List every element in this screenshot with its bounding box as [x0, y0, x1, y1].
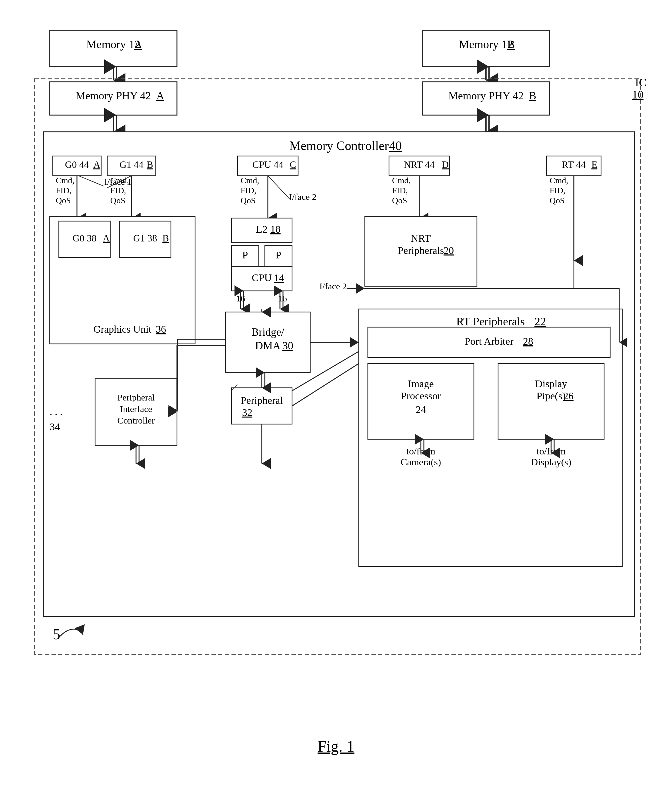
p1-label: P	[242, 249, 248, 260]
to-from-displays-line2: Display(s)	[531, 457, 571, 467]
cpu-14-num: 14	[274, 272, 284, 283]
g1-44b-label: G1 44	[119, 159, 143, 170]
g0-38a-label: G0 38	[72, 233, 96, 244]
phy-42a-num: A	[156, 89, 164, 102]
fid-g0: FID,	[56, 186, 72, 195]
bus-16-right: 16	[278, 293, 287, 303]
g1-44b-num: B	[147, 159, 153, 170]
fig-label: Fig. 1	[317, 738, 354, 755]
diagram-container: Memory 12 A Memory 12 B IC 10 Memory PHY…	[26, 18, 646, 755]
pic-line2: Interface	[120, 404, 152, 414]
bridge-dma-line2: DMA	[255, 340, 280, 352]
image-proc-line1: Image	[408, 378, 434, 389]
memory-12b-label: Memory 12	[459, 38, 513, 51]
nrt-peripherals-line1: NRT	[411, 233, 431, 244]
iface2-nrt-label: I/face 2	[319, 281, 347, 291]
fid-g1: FID,	[110, 186, 126, 195]
port-arbiter-num: 28	[523, 336, 533, 347]
peripheral-line1: Peripheral	[240, 395, 283, 406]
cpu-14-label: CPU	[252, 272, 272, 283]
figure-number: 5	[53, 626, 60, 642]
memory-12a-num: A	[134, 38, 142, 51]
l2-num: 18	[270, 224, 280, 235]
nrt-44d-num: D	[442, 159, 449, 170]
g0-38a-num: A	[103, 233, 110, 244]
to-from-cameras-line2: Camera(s)	[400, 457, 441, 467]
qos-g0: QoS	[56, 196, 71, 205]
g0-44a-num: A	[93, 159, 100, 170]
g1-38b-num: B	[162, 233, 169, 244]
phy-42b-num: B	[529, 89, 536, 102]
mc-number: 40	[389, 139, 402, 153]
fid-nrt: FID,	[392, 186, 408, 195]
pic-line1: Peripheral	[117, 392, 155, 402]
fid-rt: FID,	[550, 186, 565, 195]
rt-44e-num: E	[591, 159, 597, 170]
display-pipes-line2: Pipe(s)	[536, 390, 566, 402]
qos-nrt: QoS	[392, 196, 407, 205]
svg-rect-50	[368, 364, 474, 439]
cmd-g0: Cmd,	[56, 176, 74, 185]
cpu-44c-num: C	[290, 159, 296, 170]
image-proc-line2: Processor	[401, 390, 441, 401]
display-pipes-line1: Display	[535, 378, 567, 389]
iface2-cpu-label: I/face 2	[289, 192, 317, 202]
label-34: 34	[50, 421, 60, 432]
ic-number: 10	[632, 88, 643, 101]
svg-rect-51	[498, 364, 604, 439]
graphics-unit-num: 36	[156, 324, 166, 335]
cmd-rt: Cmd,	[550, 176, 568, 185]
cmd-g1: Cmd,	[110, 176, 129, 185]
p2-label: P	[276, 249, 282, 260]
mc-title: Memory Controller	[290, 139, 389, 153]
memory-12a-label: Memory 12	[86, 38, 140, 51]
rt-peripherals-label: RT Peripherals	[456, 315, 525, 328]
nrt-44d-label: NRT 44	[404, 159, 435, 170]
rt-peripherals-num: 22	[534, 315, 546, 328]
svg-rect-55	[232, 388, 292, 424]
qos-rt: QoS	[550, 196, 565, 205]
ic-label: IC	[635, 76, 646, 89]
phy-42b-label: Memory PHY 42	[448, 89, 524, 102]
cpu-44c-label: CPU 44	[252, 159, 283, 170]
phy-42a-label: Memory PHY 42	[76, 89, 151, 102]
memory-12b-num: B	[507, 38, 515, 51]
pic-line3: Controller	[117, 415, 155, 425]
display-pipes-num: 26	[563, 390, 574, 401]
nrt-peripherals-line2: Peripherals	[398, 245, 444, 256]
qos-cpu: QoS	[240, 196, 256, 205]
qos-g1: QoS	[110, 196, 125, 205]
graphics-unit-label: Graphics Unit	[93, 324, 152, 335]
cmd-nrt: Cmd,	[392, 176, 411, 185]
g0-44a-label: G0 44	[65, 159, 89, 170]
fid-cpu: FID,	[240, 186, 256, 195]
label-dots: . . .	[50, 406, 63, 417]
image-proc-line3: 24	[416, 404, 426, 415]
peripheral-num: 32	[242, 407, 252, 418]
nrt-peripherals-num: 20	[443, 245, 454, 256]
bridge-dma-num: 30	[282, 340, 293, 352]
bridge-dma-line1: Bridge/	[251, 326, 284, 338]
cmd-cpu: Cmd,	[240, 176, 259, 185]
rt-44e-label: RT 44	[562, 159, 586, 170]
port-arbiter-label: Port Arbiter	[464, 336, 514, 347]
main-diagram: Memory 12 A Memory 12 B IC 10 Memory PHY…	[26, 18, 646, 730]
g1-38b-label: G1 38	[133, 233, 157, 244]
l2-label: L2	[256, 224, 267, 235]
